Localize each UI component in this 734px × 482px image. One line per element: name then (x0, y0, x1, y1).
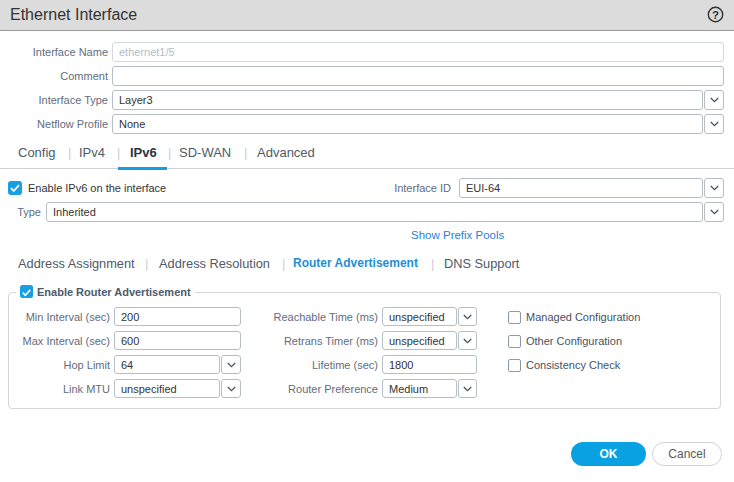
svg-text:?: ? (712, 9, 719, 21)
